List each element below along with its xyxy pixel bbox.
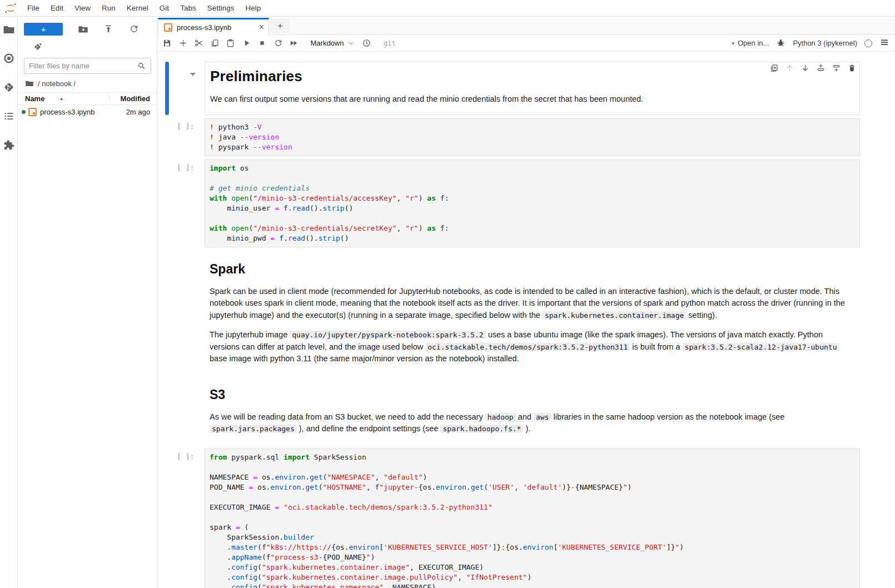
new-launcher-button[interactable]: + <box>24 23 63 36</box>
code-cell-spark-session[interactable]: [ ]: from pyspark.sql import SparkSessio… <box>165 449 860 588</box>
insert-cell-above-icon[interactable] <box>816 63 826 73</box>
menu-edit[interactable]: Edit <box>45 0 69 16</box>
markdown-cell-s3[interactable]: S3 As we will be reading data from an S3… <box>165 380 860 445</box>
cell-collapser[interactable] <box>165 254 169 375</box>
menu-help[interactable]: Help <box>240 0 266 16</box>
cell-collapser[interactable] <box>165 449 169 588</box>
save-button[interactable] <box>162 38 172 48</box>
cell-collapser[interactable] <box>165 62 169 115</box>
markdown-heading: Preliminaries <box>210 68 852 85</box>
code-cell-versions[interactable]: [ ]: ! python3 -V! java --version! pyspa… <box>165 118 860 156</box>
search-icon <box>137 61 146 71</box>
markdown-heading: Spark <box>210 262 852 277</box>
toolbar-right-group: ▾ Open in... Python 3 (ipykernel) <box>732 37 889 49</box>
menu-run[interactable]: Run <box>96 0 121 16</box>
cell-collapser[interactable] <box>165 118 169 156</box>
file-browser-toolbar: + <box>18 17 157 36</box>
refresh-file-list-button[interactable] <box>126 22 142 36</box>
top-menu-bar: File Edit View Run Kernel Git Tabs Setti… <box>0 0 895 17</box>
markdown-rendered[interactable]: S3 As we will be reading data from an S3… <box>205 380 860 445</box>
running-sessions-icon[interactable] <box>2 52 16 65</box>
markdown-paragraph: The jupyterhub image quay.io/jupyter/pys… <box>210 329 852 365</box>
run-cell-button[interactable] <box>242 38 251 48</box>
file-modified: 2m ago <box>126 108 150 116</box>
notebook-panel: process-s3.ipynb × + <box>158 17 895 588</box>
menu-kernel[interactable]: Kernel <box>121 0 154 16</box>
git-panel-icon[interactable] <box>2 81 16 94</box>
markdown-paragraph: As we will be reading data from an S3 bu… <box>210 411 852 435</box>
cell-type-value: Markdown <box>311 39 344 47</box>
code-editor[interactable]: from pyspark.sql import SparkSession NAM… <box>205 449 860 588</box>
markdown-rendered[interactable]: Spark Spark can be used in client mode (… <box>205 254 860 375</box>
insert-cell-below-icon[interactable] <box>831 63 841 73</box>
restart-kernel-button[interactable] <box>274 38 283 48</box>
input-prompt: [ ]: <box>177 449 205 588</box>
file-list-item[interactable]: process-s3.ipynb 2m ago <box>18 105 157 119</box>
move-cell-down-icon[interactable] <box>800 63 810 73</box>
interrupt-kernel-button[interactable] <box>257 38 267 48</box>
heading-collapse-icon[interactable] <box>190 73 196 76</box>
duplicate-cell-icon[interactable] <box>769 63 779 73</box>
input-prompt: [ ]: <box>177 118 205 156</box>
filter-files-box <box>24 58 151 74</box>
execution-time-icon[interactable] <box>362 38 371 48</box>
file-browser-icon[interactable] <box>2 23 16 36</box>
paste-cells-button[interactable] <box>226 38 235 48</box>
upload-files-button[interactable] <box>101 22 117 36</box>
file-list-header: Name ▲ Modified <box>18 92 157 105</box>
markdown-cell-spark[interactable]: Spark Spark can be used in client mode (… <box>165 254 860 375</box>
cell-type-dropdown[interactable]: Markdown <box>311 39 355 47</box>
notebook-tab-icon <box>164 23 172 32</box>
extension-manager-icon[interactable] <box>2 138 16 152</box>
insert-cell-button[interactable] <box>178 38 188 48</box>
breadcrumb[interactable]: / notebook / <box>18 74 157 92</box>
activity-bar <box>0 17 18 588</box>
app-logo-icon <box>3 2 18 15</box>
debugger-bug-icon[interactable] <box>776 38 785 49</box>
markdown-paragraph: We can first output some versions that a… <box>210 93 852 106</box>
markdown-paragraph: Spark can be used in client mode (recomm… <box>210 286 852 322</box>
git-clone-button[interactable] <box>18 36 157 53</box>
file-browser-panel: + / notebook / Name ▲ Modified <box>18 17 157 588</box>
code-cell-minio-credentials[interactable]: [ ]: import os # get minio credentialswi… <box>165 160 860 247</box>
markdown-cell-preliminaries[interactable]: Preliminaries We can first output some v… <box>165 62 860 115</box>
cell-collapser[interactable] <box>165 380 169 445</box>
menu-tabs[interactable]: Tabs <box>175 0 202 16</box>
menu-settings[interactable]: Settings <box>202 0 240 16</box>
filter-files-input[interactable] <box>29 62 137 70</box>
notebook-toolbar: Markdown git ▾ Open in... Python 3 (ipyk… <box>158 35 895 52</box>
menu-file[interactable]: File <box>22 0 45 16</box>
caret-down-icon: ▾ <box>732 41 734 46</box>
sort-ascending-icon: ▲ <box>59 96 63 101</box>
new-tab-button[interactable]: + <box>270 19 290 33</box>
breadcrumb-path: / notebook / <box>38 79 76 88</box>
folder-icon <box>25 79 34 88</box>
restart-run-all-button[interactable] <box>289 38 299 48</box>
notebook-tab[interactable]: process-s3.ipynb × <box>158 18 269 35</box>
column-modified[interactable]: Modified <box>109 94 157 103</box>
chevron-down-icon <box>347 40 354 47</box>
move-cell-up-icon[interactable] <box>784 63 794 73</box>
file-name: process-s3.ipynb <box>40 108 126 116</box>
menu-git[interactable]: Git <box>154 0 175 16</box>
markdown-rendered[interactable]: Preliminaries We can first output some v… <box>205 62 860 115</box>
dock-tab-bar: process-s3.ipynb × + <box>158 17 895 35</box>
kernel-status-icon[interactable] <box>864 39 872 47</box>
code-editor[interactable]: import os # get minio credentialswith op… <box>205 160 860 247</box>
column-name[interactable]: Name ▲ <box>18 94 109 103</box>
code-editor[interactable]: ! python3 -V! java --version! pyspark --… <box>205 118 860 156</box>
copy-cells-button[interactable] <box>210 38 220 48</box>
notebook-menu-icon[interactable] <box>879 37 889 49</box>
kernel-name[interactable]: Python 3 (ipykernel) <box>793 39 857 47</box>
table-of-contents-icon[interactable] <box>2 109 16 123</box>
cell-toolbar <box>769 63 857 73</box>
menu-view[interactable]: View <box>69 0 96 16</box>
cell-collapser[interactable] <box>165 160 169 247</box>
delete-cell-icon[interactable] <box>847 63 857 73</box>
new-folder-button[interactable] <box>75 22 91 36</box>
open-in-dropdown[interactable]: ▾ Open in... <box>732 39 769 47</box>
cut-cells-button[interactable] <box>194 38 203 48</box>
notebook-file-icon <box>28 108 37 116</box>
close-tab-icon[interactable]: × <box>259 23 264 32</box>
tab-title: process-s3.ipynb <box>177 23 231 32</box>
